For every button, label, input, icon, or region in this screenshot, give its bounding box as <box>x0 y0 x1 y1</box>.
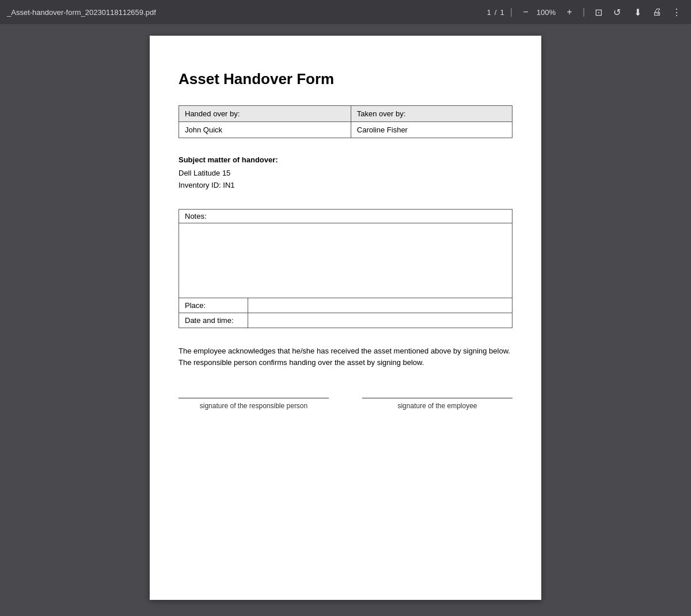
notes-content <box>179 223 512 298</box>
zoom-in-button[interactable]: + <box>562 5 577 20</box>
notes-label: Notes: <box>179 209 512 223</box>
employee-signature-line <box>362 398 512 398</box>
more-options-button[interactable]: ⋮ <box>669 5 684 20</box>
subject-matter-section: Subject matter of handover: Dell Latitud… <box>179 155 512 192</box>
acknowledgement-text: The employee acknowledges that he/she ha… <box>179 345 512 370</box>
fit-page-button[interactable]: ⊡ <box>591 5 606 20</box>
toolbar-right: ⬇ 🖨 ⋮ <box>630 5 684 20</box>
form-title: Asset Handover Form <box>179 70 512 88</box>
pdf-viewer: Asset Handover Form Handed over by: Take… <box>0 24 691 616</box>
subject-matter-line1: Dell Latitude 15 <box>179 168 512 180</box>
download-button[interactable]: ⬇ <box>630 5 645 20</box>
responsible-person-signature: signature of the responsible person <box>179 398 329 410</box>
parties-table: Handed over by: Taken over by: John Quic… <box>179 105 512 138</box>
zoom-out-button[interactable]: − <box>518 5 533 20</box>
place-label: Place: <box>179 298 248 313</box>
notes-table: Notes: Place: Date and time: <box>179 209 512 328</box>
toolbar-center: 1 / 1 | − 100% + | ⊡ ↺ <box>487 5 624 20</box>
taken-over-by-value: Caroline Fisher <box>351 122 512 138</box>
page-current: 1 <box>487 8 491 17</box>
responsible-signature-line <box>179 398 329 398</box>
employee-signature: signature of the employee <box>362 398 512 410</box>
date-time-label: Date and time: <box>179 313 248 328</box>
filename-label: _Asset-handover-form_20230118112659.pdf <box>7 8 481 17</box>
rotate-button[interactable]: ↺ <box>609 5 624 20</box>
pdf-page: Asset Handover Form Handed over by: Take… <box>150 36 541 600</box>
subject-matter-line2: Inventory ID: IN1 <box>179 180 512 192</box>
date-time-value <box>248 313 512 328</box>
print-button[interactable]: 🖨 <box>650 5 665 20</box>
subject-matter-label: Subject matter of handover: <box>179 155 512 164</box>
signatures-section: signature of the responsible person sign… <box>179 398 512 410</box>
zoom-level: 100% <box>537 8 559 17</box>
handed-over-by-value: John Quick <box>179 122 351 138</box>
taken-over-by-header: Taken over by: <box>351 106 512 122</box>
responsible-signature-label: signature of the responsible person <box>200 402 307 410</box>
place-value <box>248 298 512 313</box>
handed-over-by-header: Handed over by: <box>179 106 351 122</box>
page-total: 1 <box>500 8 504 17</box>
employee-signature-label: signature of the employee <box>397 402 477 410</box>
toolbar: _Asset-handover-form_20230118112659.pdf … <box>0 0 691 24</box>
